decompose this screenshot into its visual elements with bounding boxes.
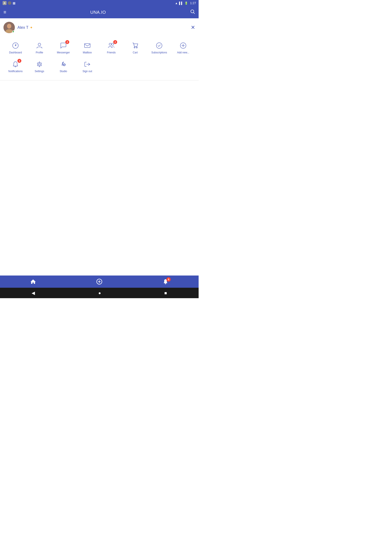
messenger-icon: 2 (59, 41, 68, 50)
bottom-nav-notifications[interactable]: 8 (162, 279, 169, 285)
menu-item-profile[interactable]: Profile (31, 39, 48, 56)
system-nav-bar: ◀ ● ■ (0, 288, 199, 298)
profile-label: Profile (36, 51, 43, 54)
mailbox-label: Mailbox (83, 51, 92, 54)
app-title: UNA.IO (90, 10, 106, 15)
recent-button[interactable]: ■ (164, 291, 167, 296)
settings-label: Settings (35, 70, 44, 73)
bottom-nav-notifications-badge: 8 (166, 277, 171, 282)
menu-item-friends[interactable]: 2 Friends (102, 39, 120, 56)
signal-icon: ▌▌ (179, 1, 183, 5)
add-new-label: Add new... (177, 51, 189, 54)
bottom-nav-add[interactable] (96, 279, 102, 285)
bottom-nav-bar: 8 (0, 276, 199, 288)
menu-item-settings[interactable]: Settings (27, 58, 51, 75)
subscriptions-label: Subscriptions (151, 51, 167, 54)
svg-rect-8 (85, 44, 90, 48)
menu-item-cart[interactable]: Cart (127, 39, 144, 56)
mailbox-icon (83, 41, 92, 50)
battery-icon: 🔋 (184, 1, 188, 5)
user-name-row: Alex T ✦ (17, 25, 33, 30)
menu-icon[interactable]: ≡ (3, 9, 6, 15)
grid-indicator: ▦ (13, 1, 16, 5)
sign-out-icon (83, 60, 92, 69)
studio-label: Studio (60, 70, 67, 73)
status-bar-left: A ▦ (3, 1, 16, 5)
online-indicator (12, 31, 14, 33)
settings-icon (35, 60, 43, 69)
messenger-badge: 2 (65, 40, 69, 44)
search-icon[interactable] (190, 9, 195, 16)
back-button[interactable]: ◀ (32, 290, 35, 296)
user-info-row: Alex T ✦ ✕ (3, 22, 195, 33)
profile-icon (35, 41, 43, 50)
svg-point-13 (156, 43, 162, 48)
svg-point-12 (136, 47, 137, 48)
svg-point-9 (109, 43, 111, 45)
svg-point-6 (15, 45, 16, 46)
main-content (0, 80, 199, 298)
menu-item-studio[interactable]: Studio (51, 58, 75, 75)
dashboard-label: Dashboard (9, 51, 22, 54)
menu-row-1: Dashboard Profile 2 Messenger Mailbox (3, 37, 195, 58)
app-indicator-a: A (3, 1, 7, 5)
menu-row-2: 4 Notifications Settings (3, 58, 195, 77)
user-menu-card: Alex T ✦ ✕ Dashboard Profile 2 (0, 18, 199, 80)
add-new-icon (179, 41, 187, 50)
svg-point-3 (7, 24, 11, 28)
bottom-nav-home[interactable] (30, 279, 36, 285)
friends-icon: 2 (107, 41, 115, 50)
menu-item-mailbox[interactable]: Mailbox (79, 39, 96, 56)
sign-out-label: Sign out (83, 70, 92, 73)
cart-icon (131, 41, 139, 50)
time-display: 1:27 (190, 1, 196, 5)
menu-item-notifications[interactable]: 4 Notifications (3, 58, 27, 75)
status-bar-right: ▲ ▌▌ 🔋 1:27 (175, 1, 196, 5)
verified-icon: ✦ (30, 26, 33, 30)
svg-point-0 (191, 10, 194, 13)
friends-label: Friends (107, 51, 116, 54)
menu-item-sign-out[interactable]: Sign out (75, 58, 99, 75)
notifications-label: Notifications (8, 70, 22, 73)
menu-item-subscriptions[interactable]: Subscriptions (151, 39, 168, 56)
wifi-icon: ▲ (175, 1, 178, 5)
svg-point-11 (134, 47, 135, 48)
user-name[interactable]: Alex T (17, 25, 28, 30)
app-bar: ≡ UNA.IO (0, 6, 199, 18)
messenger-label: Messenger (57, 51, 70, 54)
svg-point-7 (38, 43, 41, 46)
friends-badge: 2 (113, 40, 117, 44)
svg-point-10 (111, 43, 114, 45)
svg-line-1 (194, 13, 195, 14)
cart-label: Cart (133, 51, 138, 54)
circle-indicator (8, 1, 11, 5)
notifications-icon: 4 (11, 60, 20, 69)
subscriptions-icon (155, 41, 163, 50)
close-button[interactable]: ✕ (191, 24, 195, 31)
menu-item-add-new[interactable]: Add new... (174, 39, 192, 56)
svg-point-17 (39, 63, 40, 65)
avatar-container[interactable] (3, 22, 15, 33)
user-info-left: Alex T ✦ (3, 22, 33, 33)
svg-point-24 (165, 283, 166, 284)
notifications-badge: 4 (17, 59, 21, 63)
menu-item-dashboard[interactable]: Dashboard (7, 39, 24, 56)
menu-item-messenger[interactable]: 2 Messenger (55, 39, 72, 56)
studio-icon (59, 60, 68, 69)
dashboard-icon (11, 41, 20, 50)
home-button[interactable]: ● (98, 291, 101, 296)
status-bar: A ▦ ▲ ▌▌ 🔋 1:27 (0, 0, 199, 6)
